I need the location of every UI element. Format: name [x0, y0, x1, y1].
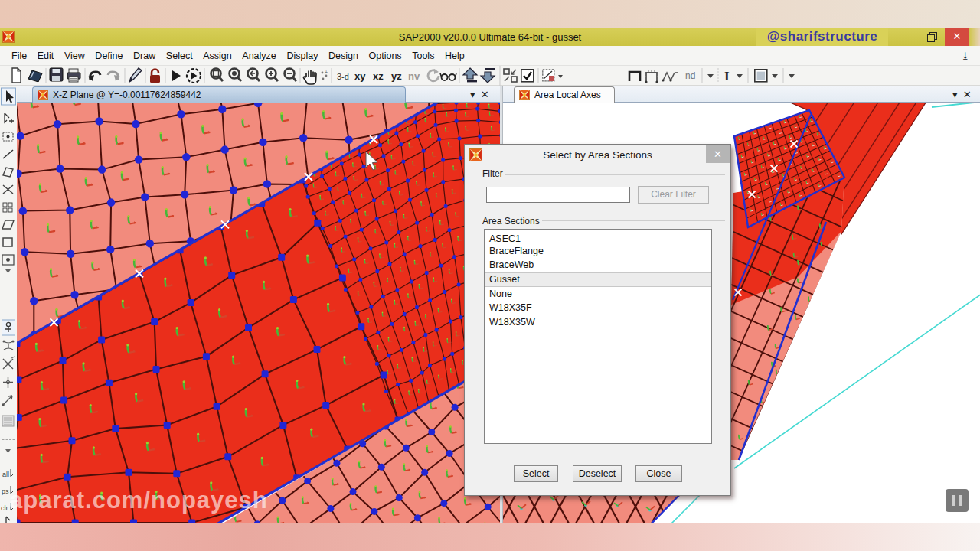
svg-text:3-d: 3-d — [337, 72, 349, 81]
svg-text:all: all — [2, 471, 9, 478]
svg-text:yz: yz — [391, 70, 402, 82]
svg-text:clr: clr — [1, 504, 8, 512]
svg-text:ps: ps — [2, 487, 9, 495]
svg-text:xy: xy — [354, 70, 366, 82]
svg-text:I: I — [724, 69, 730, 83]
svg-text:nv: nv — [408, 70, 420, 82]
svg-text:+: + — [325, 70, 328, 75]
svg-text:nd: nd — [685, 70, 695, 81]
svg-text:xz: xz — [373, 70, 384, 82]
